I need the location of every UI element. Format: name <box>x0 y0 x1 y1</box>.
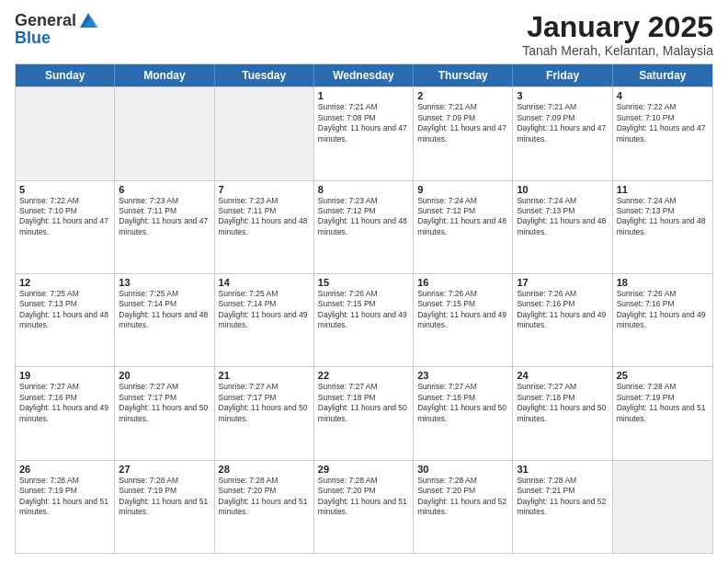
day-info: Sunrise: 7:28 AMSunset: 7:19 PMDaylight:… <box>19 476 110 518</box>
day-number: 3 <box>517 90 608 101</box>
logo: General Blue <box>15 11 98 48</box>
day-info: Sunrise: 7:24 AMSunset: 7:13 PMDaylight:… <box>517 196 608 238</box>
cal-cell: 29Sunrise: 7:28 AMSunset: 7:20 PMDayligh… <box>314 461 414 553</box>
day-number: 25 <box>617 370 709 381</box>
day-number: 19 <box>19 370 110 381</box>
day-number: 14 <box>219 277 310 288</box>
day-number: 16 <box>417 277 508 288</box>
day-number: 2 <box>417 90 508 101</box>
logo-icon <box>78 11 98 31</box>
cal-week-3: 12Sunrise: 7:25 AMSunset: 7:13 PMDayligh… <box>16 273 712 366</box>
cal-cell: 28Sunrise: 7:28 AMSunset: 7:20 PMDayligh… <box>215 461 314 553</box>
cal-cell: 5Sunrise: 7:22 AMSunset: 7:10 PMDaylight… <box>16 181 115 273</box>
day-number: 26 <box>19 464 110 475</box>
cal-cell: 23Sunrise: 7:27 AMSunset: 7:18 PMDayligh… <box>414 367 513 459</box>
cal-cell: 14Sunrise: 7:25 AMSunset: 7:14 PMDayligh… <box>215 274 314 366</box>
cal-week-1: 1Sunrise: 7:21 AMSunset: 7:08 PMDaylight… <box>16 86 712 179</box>
cal-cell: 18Sunrise: 7:26 AMSunset: 7:16 PMDayligh… <box>613 274 712 366</box>
day-info: Sunrise: 7:25 AMSunset: 7:14 PMDaylight:… <box>219 289 310 331</box>
cal-cell <box>613 461 712 553</box>
day-info: Sunrise: 7:26 AMSunset: 7:16 PMDaylight:… <box>517 289 608 331</box>
day-number: 10 <box>517 184 608 195</box>
cal-cell: 13Sunrise: 7:25 AMSunset: 7:14 PMDayligh… <box>115 274 214 366</box>
day-number: 8 <box>318 184 409 195</box>
cal-cell: 12Sunrise: 7:25 AMSunset: 7:13 PMDayligh… <box>16 274 115 366</box>
day-info: Sunrise: 7:28 AMSunset: 7:21 PMDaylight:… <box>517 476 608 518</box>
cal-cell: 1Sunrise: 7:21 AMSunset: 7:08 PMDaylight… <box>314 87 414 179</box>
cal-cell: 27Sunrise: 7:28 AMSunset: 7:19 PMDayligh… <box>115 461 214 553</box>
day-info: Sunrise: 7:28 AMSunset: 7:20 PMDaylight:… <box>219 476 310 518</box>
day-info: Sunrise: 7:27 AMSunset: 7:18 PMDaylight:… <box>417 382 508 424</box>
day-number: 12 <box>19 277 110 288</box>
day-number: 21 <box>219 370 310 381</box>
cal-cell: 31Sunrise: 7:28 AMSunset: 7:21 PMDayligh… <box>513 461 612 553</box>
day-info: Sunrise: 7:28 AMSunset: 7:20 PMDaylight:… <box>417 476 508 518</box>
day-info: Sunrise: 7:27 AMSunset: 7:17 PMDaylight:… <box>119 382 210 424</box>
day-number: 13 <box>119 277 210 288</box>
day-info: Sunrise: 7:24 AMSunset: 7:13 PMDaylight:… <box>617 196 709 238</box>
cal-header-wednesday: Wednesday <box>314 64 414 86</box>
cal-cell <box>16 87 115 179</box>
cal-cell: 19Sunrise: 7:27 AMSunset: 7:16 PMDayligh… <box>16 367 115 459</box>
cal-header-monday: Monday <box>115 64 214 86</box>
day-info: Sunrise: 7:28 AMSunset: 7:20 PMDaylight:… <box>318 476 409 518</box>
day-info: Sunrise: 7:21 AMSunset: 7:09 PMDaylight:… <box>517 102 608 144</box>
cal-cell: 26Sunrise: 7:28 AMSunset: 7:19 PMDayligh… <box>16 461 115 553</box>
day-number: 23 <box>417 370 508 381</box>
cal-cell: 6Sunrise: 7:23 AMSunset: 7:11 PMDaylight… <box>115 181 214 273</box>
day-number: 31 <box>517 464 608 475</box>
day-info: Sunrise: 7:27 AMSunset: 7:17 PMDaylight:… <box>219 382 310 424</box>
day-info: Sunrise: 7:22 AMSunset: 7:10 PMDaylight:… <box>19 196 110 238</box>
cal-cell: 9Sunrise: 7:24 AMSunset: 7:12 PMDaylight… <box>414 181 513 273</box>
page: General Blue January 2025 Tanah Merah, K… <box>0 0 728 563</box>
day-number: 29 <box>318 464 409 475</box>
cal-week-4: 19Sunrise: 7:27 AMSunset: 7:16 PMDayligh… <box>16 366 712 459</box>
cal-cell: 21Sunrise: 7:27 AMSunset: 7:17 PMDayligh… <box>215 367 314 459</box>
day-number: 30 <box>417 464 508 475</box>
cal-cell: 22Sunrise: 7:27 AMSunset: 7:18 PMDayligh… <box>314 367 414 459</box>
day-info: Sunrise: 7:21 AMSunset: 7:08 PMDaylight:… <box>318 102 409 144</box>
cal-cell <box>115 87 214 179</box>
day-info: Sunrise: 7:23 AMSunset: 7:11 PMDaylight:… <box>119 196 210 238</box>
title-block: January 2025 Tanah Merah, Kelantan, Mala… <box>522 11 713 58</box>
day-number: 7 <box>219 184 310 195</box>
day-info: Sunrise: 7:25 AMSunset: 7:14 PMDaylight:… <box>119 289 210 331</box>
subtitle: Tanah Merah, Kelantan, Malaysia <box>522 43 713 58</box>
day-info: Sunrise: 7:27 AMSunset: 7:16 PMDaylight:… <box>19 382 110 424</box>
cal-header-saturday: Saturday <box>613 64 712 86</box>
cal-cell: 24Sunrise: 7:27 AMSunset: 7:18 PMDayligh… <box>513 367 612 459</box>
day-number: 11 <box>617 184 709 195</box>
day-number: 6 <box>119 184 210 195</box>
day-number: 17 <box>517 277 608 288</box>
day-info: Sunrise: 7:26 AMSunset: 7:16 PMDaylight:… <box>617 289 709 331</box>
day-number: 27 <box>119 464 210 475</box>
day-number: 24 <box>517 370 608 381</box>
cal-week-5: 26Sunrise: 7:28 AMSunset: 7:19 PMDayligh… <box>16 460 712 553</box>
cal-cell: 30Sunrise: 7:28 AMSunset: 7:20 PMDayligh… <box>414 461 513 553</box>
day-number: 15 <box>318 277 409 288</box>
cal-cell: 2Sunrise: 7:21 AMSunset: 7:09 PMDaylight… <box>414 87 513 179</box>
cal-cell: 20Sunrise: 7:27 AMSunset: 7:17 PMDayligh… <box>115 367 214 459</box>
calendar: SundayMondayTuesdayWednesdayThursdayFrid… <box>15 63 713 554</box>
header: General Blue January 2025 Tanah Merah, K… <box>15 11 713 58</box>
cal-header-tuesday: Tuesday <box>215 64 314 86</box>
cal-cell: 25Sunrise: 7:28 AMSunset: 7:19 PMDayligh… <box>613 367 712 459</box>
day-info: Sunrise: 7:25 AMSunset: 7:13 PMDaylight:… <box>19 289 110 331</box>
cal-cell: 7Sunrise: 7:23 AMSunset: 7:11 PMDaylight… <box>215 181 314 273</box>
logo-blue-text: Blue <box>15 29 51 48</box>
day-info: Sunrise: 7:26 AMSunset: 7:15 PMDaylight:… <box>417 289 508 331</box>
cal-cell: 11Sunrise: 7:24 AMSunset: 7:13 PMDayligh… <box>613 181 712 273</box>
day-number: 1 <box>318 90 409 101</box>
day-info: Sunrise: 7:28 AMSunset: 7:19 PMDaylight:… <box>119 476 210 518</box>
cal-header-friday: Friday <box>513 64 612 86</box>
day-info: Sunrise: 7:23 AMSunset: 7:11 PMDaylight:… <box>219 196 310 238</box>
day-info: Sunrise: 7:22 AMSunset: 7:10 PMDaylight:… <box>617 102 709 144</box>
day-number: 22 <box>318 370 409 381</box>
day-number: 5 <box>19 184 110 195</box>
main-title: January 2025 <box>522 11 713 43</box>
calendar-body: 1Sunrise: 7:21 AMSunset: 7:08 PMDaylight… <box>16 86 712 553</box>
day-info: Sunrise: 7:27 AMSunset: 7:18 PMDaylight:… <box>318 382 409 424</box>
day-number: 20 <box>119 370 210 381</box>
day-info: Sunrise: 7:24 AMSunset: 7:12 PMDaylight:… <box>417 196 508 238</box>
day-info: Sunrise: 7:28 AMSunset: 7:19 PMDaylight:… <box>617 382 709 424</box>
